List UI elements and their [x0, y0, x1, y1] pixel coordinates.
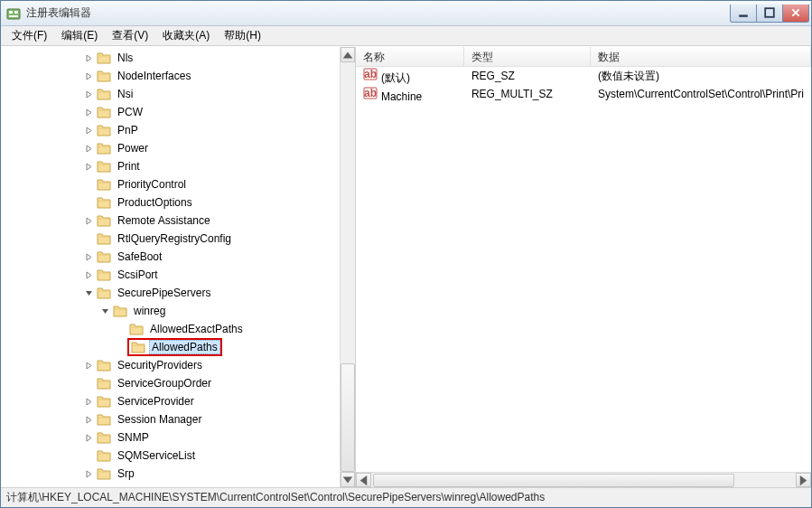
main-content: NlsNodeInterfacesNsiPCWPnPPowerPrintPrio…	[1, 46, 811, 487]
menu-favorites[interactable]: 收藏夹(A)	[155, 26, 217, 45]
folder-icon	[97, 232, 111, 245]
expander-open-icon[interactable]	[82, 287, 95, 299]
tree-item-label: ScsiPort	[115, 268, 161, 282]
expander-none	[82, 178, 95, 191]
close-button[interactable]	[782, 5, 809, 23]
list-row[interactable]: ab(默认)REG_SZ(数值未设置)	[356, 67, 811, 85]
expander-none	[82, 196, 95, 209]
expander-open-icon[interactable]	[98, 305, 111, 317]
tree-item[interactable]: PnP	[1, 121, 355, 139]
tree-item[interactable]: ServiceGroupOrder	[1, 374, 355, 392]
tree-item-label: Srp	[115, 466, 137, 481]
expander-closed-icon[interactable]	[82, 431, 95, 444]
expander-none	[82, 449, 95, 462]
tree-item[interactable]: SecurePipeServers	[1, 284, 355, 302]
expander-closed-icon[interactable]	[82, 413, 95, 426]
tree-item-label: PnP	[115, 123, 141, 137]
expander-closed-icon[interactable]	[82, 106, 95, 118]
tree-item[interactable]: SafeBoot	[1, 248, 355, 266]
tree-item[interactable]: ServiceProvider	[1, 392, 355, 410]
folder-icon	[97, 196, 111, 209]
expander-closed-icon[interactable]	[82, 88, 95, 100]
scroll-thumb[interactable]	[341, 363, 355, 472]
menu-view[interactable]: 查看(V)	[105, 26, 155, 45]
expander-closed-icon[interactable]	[82, 268, 95, 281]
cell-type: REG_MULTI_SZ	[464, 88, 591, 100]
tree-item-label: Remote Assistance	[115, 213, 213, 228]
expander-closed-icon[interactable]	[82, 395, 95, 408]
list-body[interactable]: ab(默认)REG_SZ(数值未设置)abMachineREG_MULTI_SZ…	[356, 67, 811, 472]
expander-none	[82, 377, 95, 390]
tree-item[interactable]: Remote Assistance	[1, 212, 355, 230]
expander-closed-icon[interactable]	[82, 250, 95, 263]
expander-closed-icon[interactable]	[82, 142, 95, 155]
tree-item[interactable]: Session Manager	[1, 410, 355, 428]
tree-item[interactable]: SQMServiceList	[1, 447, 355, 465]
tree-item[interactable]: PCW	[1, 103, 355, 121]
tree-item[interactable]: Power	[1, 139, 355, 157]
folder-icon	[97, 52, 111, 64]
tree-view[interactable]: NlsNodeInterfacesNsiPCWPnPPowerPrintPrio…	[1, 47, 355, 484]
folder-icon	[97, 124, 111, 136]
scroll-left-arrow-icon[interactable]	[356, 473, 371, 487]
expander-closed-icon[interactable]	[82, 52, 95, 64]
tree-item-label: Power	[115, 141, 151, 155]
expander-closed-icon[interactable]	[82, 214, 95, 227]
svg-text:ab: ab	[364, 87, 377, 99]
expander-closed-icon[interactable]	[82, 70, 95, 82]
folder-icon	[97, 106, 111, 118]
tree-item[interactable]: SNMP	[1, 428, 355, 447]
scroll-up-arrow-icon[interactable]	[341, 47, 355, 62]
app-icon	[6, 6, 21, 21]
tree-item[interactable]: Nsi	[1, 85, 355, 103]
column-header-name[interactable]: 名称	[356, 47, 464, 66]
tree-item[interactable]: AllowedPaths	[1, 338, 355, 356]
tree-item[interactable]: AllowedExactPaths	[1, 320, 355, 338]
cell-type: REG_SZ	[464, 70, 591, 82]
tree-item[interactable]: ProductOptions	[1, 193, 355, 212]
tree-item[interactable]: NodeInterfaces	[1, 67, 355, 85]
folder-icon	[97, 160, 111, 173]
status-path: 计算机\HKEY_LOCAL_MACHINE\SYSTEM\CurrentCon…	[6, 490, 545, 505]
scroll-down-arrow-icon[interactable]	[341, 472, 355, 487]
list-row[interactable]: abMachineREG_MULTI_SZSystem\CurrentContr…	[356, 85, 811, 103]
menu-help[interactable]: 帮助(H)	[217, 26, 268, 45]
highlight-box: AllowedPaths	[127, 338, 222, 356]
list-pane: 名称 类型 数据 ab(默认)REG_SZ(数值未设置)abMachineREG…	[356, 47, 811, 487]
tree-item[interactable]: PriorityControl	[1, 175, 355, 193]
tree-item[interactable]: SecurityProviders	[1, 356, 355, 374]
folder-icon	[97, 395, 111, 408]
tree-item-label: SafeBoot	[115, 249, 164, 264]
tree-item[interactable]: RtlQueryRegistryConfig	[1, 230, 355, 248]
scroll-right-arrow-icon[interactable]	[796, 473, 811, 487]
tree-item-label: ServiceProvider	[115, 394, 197, 409]
tree-item-label: Session Manager	[115, 412, 204, 427]
expander-closed-icon[interactable]	[82, 160, 95, 173]
folder-icon	[97, 431, 111, 444]
menu-edit[interactable]: 编辑(E)	[54, 26, 105, 45]
tree-item[interactable]: Print	[1, 157, 355, 175]
scroll-track[interactable]	[341, 62, 355, 183]
tree-item[interactable]: ScsiPort	[1, 266, 355, 284]
column-header-type[interactable]: 类型	[464, 47, 591, 66]
expander-closed-icon[interactable]	[82, 467, 95, 480]
tree-item-label: RtlQueryRegistryConfig	[115, 231, 234, 246]
list-horizontal-scrollbar[interactable]	[356, 472, 811, 487]
maximize-button[interactable]	[756, 5, 783, 23]
scroll-thumb[interactable]	[373, 474, 734, 487]
tree-item[interactable]: Nls	[1, 49, 355, 67]
menu-file[interactable]: 文件(F)	[5, 26, 54, 45]
list-header: 名称 类型 数据	[356, 47, 811, 67]
folder-icon	[97, 214, 111, 227]
minimize-button[interactable]	[730, 5, 757, 23]
expander-closed-icon[interactable]	[82, 124, 95, 136]
tree-item[interactable]: winreg	[1, 302, 355, 320]
svg-rect-0	[7, 9, 20, 19]
column-header-data[interactable]: 数据	[591, 47, 811, 66]
tree-item-label: ProductOptions	[115, 195, 195, 210]
tree-item-label: SQMServiceList	[115, 448, 198, 463]
scroll-track[interactable]	[371, 473, 796, 487]
tree-item[interactable]: Srp	[1, 465, 355, 483]
tree-vertical-scrollbar[interactable]	[340, 47, 355, 487]
expander-closed-icon[interactable]	[82, 359, 95, 372]
